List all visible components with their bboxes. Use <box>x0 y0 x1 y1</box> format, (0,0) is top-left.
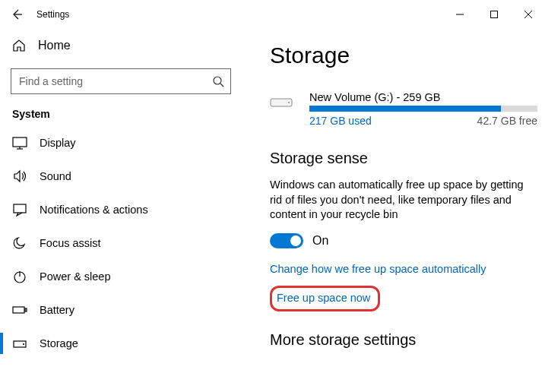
sound-icon <box>12 169 27 183</box>
svg-point-16 <box>23 343 24 345</box>
svg-line-6 <box>220 84 223 87</box>
link-free-up-now[interactable]: Free up space now <box>277 292 370 304</box>
svg-rect-13 <box>13 307 24 313</box>
nav-label: Battery <box>40 304 74 316</box>
search-icon <box>212 75 224 87</box>
toggle-state-label: On <box>312 234 328 248</box>
highlight-annotation: Free up space now <box>270 286 380 311</box>
sidebar: Home System Display Sound Notifications … <box>0 29 242 392</box>
nav-item-storage[interactable]: Storage <box>11 327 242 360</box>
nav-label: Focus assist <box>40 237 101 249</box>
toggle-knob <box>290 236 301 246</box>
window-title: Settings <box>36 9 69 20</box>
minimize-button[interactable] <box>442 3 477 26</box>
svg-rect-10 <box>14 204 26 213</box>
group-label-system: System <box>11 108 242 120</box>
home-nav[interactable]: Home <box>11 30 242 61</box>
svg-rect-14 <box>25 308 27 311</box>
page-title: Storage <box>270 43 537 68</box>
storage-bar-fill <box>309 106 501 112</box>
close-button[interactable] <box>511 3 545 26</box>
focus-assist-icon <box>12 236 27 250</box>
drive-row[interactable]: New Volume (G:) - 259 GB 217 GB used 42.… <box>270 91 537 127</box>
titlebar: Settings <box>0 0 545 29</box>
drive-used-label: 217 GB used <box>309 115 372 127</box>
nav-item-focus-assist[interactable]: Focus assist <box>11 226 242 260</box>
nav-label: Sound <box>40 170 71 182</box>
nav-label: Notifications & actions <box>40 204 148 216</box>
notifications-icon <box>12 203 27 217</box>
back-button[interactable] <box>11 8 23 21</box>
svg-point-18 <box>288 102 290 103</box>
svg-point-5 <box>214 77 221 84</box>
nav-label: Display <box>40 137 76 149</box>
nav-item-battery[interactable]: Battery <box>11 293 242 327</box>
section-title-more-storage: More storage settings <box>270 331 537 349</box>
nav-label: Power & sleep <box>40 270 111 283</box>
battery-icon <box>12 303 27 317</box>
display-icon <box>12 136 27 150</box>
main-content: Storage New Volume (G:) - 259 GB 217 GB … <box>242 29 545 392</box>
svg-rect-2 <box>490 11 497 18</box>
power-icon <box>12 270 27 283</box>
nav-item-power-sleep[interactable]: Power & sleep <box>11 260 242 293</box>
drive-icon <box>270 96 293 109</box>
drive-name: New Volume (G:) - 259 GB <box>309 91 537 103</box>
home-icon <box>12 39 26 52</box>
storage-sense-description: Windows can automatically free up space … <box>270 178 524 223</box>
drive-free-label: 42.7 GB free <box>477 115 537 127</box>
nav-item-display[interactable]: Display <box>11 126 242 160</box>
window-controls <box>442 3 545 26</box>
storage-sense-toggle[interactable] <box>270 233 303 248</box>
svg-rect-7 <box>13 138 27 147</box>
link-change-free-up[interactable]: Change how we free up space automaticall… <box>270 263 486 275</box>
storage-bar <box>309 106 537 112</box>
section-title-storage-sense: Storage sense <box>270 150 537 167</box>
home-label: Home <box>38 39 71 52</box>
search-input[interactable] <box>19 75 212 87</box>
nav-item-notifications[interactable]: Notifications & actions <box>11 193 242 226</box>
search-box[interactable] <box>11 68 231 94</box>
nav-label: Storage <box>40 337 78 349</box>
nav-item-sound[interactable]: Sound <box>11 160 242 193</box>
maximize-button[interactable] <box>477 3 511 26</box>
storage-icon <box>12 337 27 350</box>
